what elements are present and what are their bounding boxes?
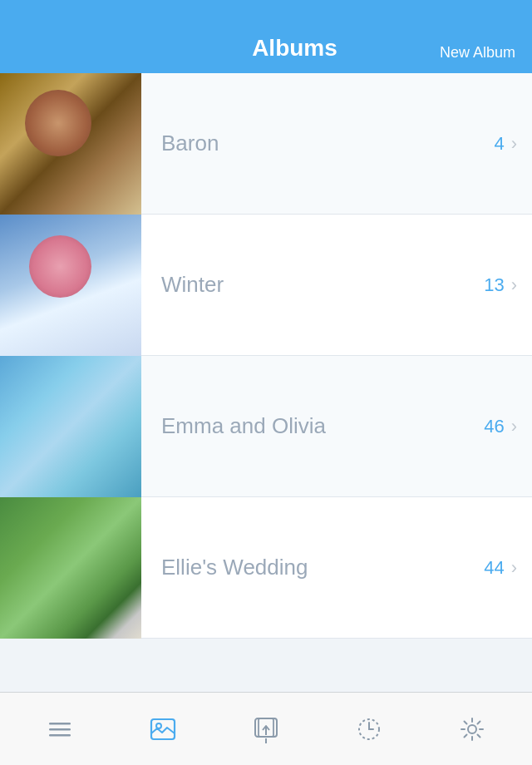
album-name-baron: Baron (161, 131, 219, 156)
upload-icon (252, 715, 280, 743)
album-meta-baron: 4 › (494, 133, 517, 155)
menu-icon (46, 715, 74, 743)
album-name-winter: Winter (161, 272, 224, 298)
new-album-button[interactable]: New Album (440, 44, 515, 62)
chevron-icon-winter: › (511, 276, 517, 294)
activity-icon (355, 715, 383, 743)
album-thumbnail-ellies-wedding (0, 497, 141, 639)
tab-settings[interactable] (445, 708, 500, 750)
header: Albums New Album (0, 0, 532, 73)
tab-photos[interactable] (135, 708, 190, 750)
tab-activity[interactable] (342, 708, 397, 750)
album-count-ellies-wedding: 44 (484, 557, 504, 579)
album-row-emma-olivia[interactable]: Emma and Olivia 46 › (0, 356, 532, 497)
svg-rect-0 (49, 723, 71, 725)
svg-rect-3 (151, 719, 175, 739)
album-name-emma-olivia: Emma and Olivia (161, 413, 326, 439)
tab-upload[interactable] (239, 708, 293, 750)
album-meta-emma-olivia: 46 › (484, 416, 517, 437)
tab-bar (0, 692, 532, 765)
album-count-emma-olivia: 46 (484, 416, 504, 437)
page-title: Albums (150, 35, 440, 62)
album-info-baron: Baron 4 › (141, 131, 532, 156)
album-count-winter: 13 (484, 274, 504, 296)
album-thumbnail-emma-olivia (0, 356, 141, 497)
album-row-winter[interactable]: Winter 13 › (0, 215, 532, 356)
svg-rect-1 (49, 728, 71, 731)
album-info-winter: Winter 13 › (141, 272, 532, 298)
svg-rect-2 (49, 734, 71, 737)
photos-icon (149, 715, 177, 743)
album-list: Baron 4 › Winter 13 › Emma and Olivia 46… (0, 73, 532, 765)
svg-point-8 (468, 725, 476, 733)
chevron-icon-ellies-wedding: › (511, 559, 517, 577)
chevron-icon-emma-olivia: › (511, 417, 517, 436)
album-meta-winter: 13 › (484, 274, 517, 296)
album-row-baron[interactable]: Baron 4 › (0, 73, 532, 215)
settings-icon (458, 715, 486, 743)
album-meta-ellies-wedding: 44 › (484, 557, 517, 579)
chevron-icon-baron: › (511, 135, 517, 153)
tab-menu[interactable] (32, 708, 87, 750)
album-thumbnail-winter (0, 215, 141, 356)
album-name-ellies-wedding: Ellie's Wedding (161, 555, 308, 580)
album-count-baron: 4 (494, 133, 504, 155)
album-info-ellies-wedding: Ellie's Wedding 44 › (141, 555, 532, 580)
album-info-emma-olivia: Emma and Olivia 46 › (141, 413, 532, 439)
album-row-ellies-wedding[interactable]: Ellie's Wedding 44 › (0, 497, 532, 639)
album-thumbnail-baron (0, 73, 141, 215)
